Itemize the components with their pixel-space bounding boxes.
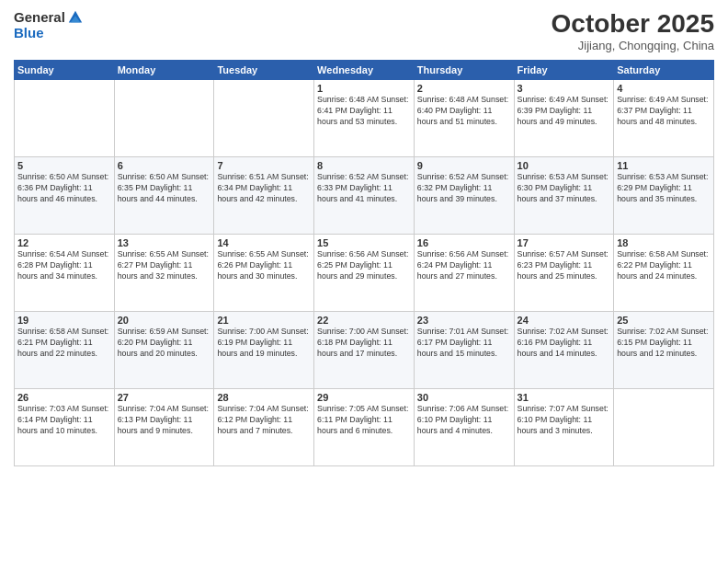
calendar-cell: 24Sunrise: 7:02 AM Sunset: 6:16 PM Dayli… <box>514 312 614 389</box>
calendar-cell: 4Sunrise: 6:49 AM Sunset: 6:37 PM Daylig… <box>614 80 714 157</box>
calendar-cell: 16Sunrise: 6:56 AM Sunset: 6:24 PM Dayli… <box>414 235 514 312</box>
logo-general: General <box>14 10 65 26</box>
day-info: Sunrise: 6:48 AM Sunset: 6:41 PM Dayligh… <box>317 95 411 128</box>
calendar-cell: 2Sunrise: 6:48 AM Sunset: 6:40 PM Daylig… <box>414 80 514 157</box>
header-cell-friday: Friday <box>514 61 614 80</box>
day-info: Sunrise: 6:49 AM Sunset: 6:39 PM Dayligh… <box>518 95 611 128</box>
header-row: SundayMondayTuesdayWednesdayThursdayFrid… <box>15 61 714 80</box>
logo-blue: Blue <box>14 26 84 41</box>
header-cell-monday: Monday <box>114 61 214 80</box>
header: General Blue October 2025 Jijiang, Chong… <box>14 9 714 52</box>
calendar-cell: 17Sunrise: 6:57 AM Sunset: 6:23 PM Dayli… <box>514 235 614 312</box>
page: General Blue October 2025 Jijiang, Chong… <box>0 0 728 563</box>
calendar-cell: 19Sunrise: 6:58 AM Sunset: 6:21 PM Dayli… <box>15 312 115 389</box>
day-info: Sunrise: 6:51 AM Sunset: 6:34 PM Dayligh… <box>217 172 311 205</box>
day-number: 28 <box>217 392 311 403</box>
calendar-cell <box>214 80 314 157</box>
day-number: 5 <box>17 160 111 171</box>
calendar-week-1: 1Sunrise: 6:48 AM Sunset: 6:41 PM Daylig… <box>15 80 714 157</box>
day-info: Sunrise: 7:00 AM Sunset: 6:19 PM Dayligh… <box>217 327 311 360</box>
day-info: Sunrise: 6:55 AM Sunset: 6:27 PM Dayligh… <box>118 249 211 282</box>
calendar-cell: 23Sunrise: 7:01 AM Sunset: 6:17 PM Dayli… <box>414 312 514 389</box>
day-info: Sunrise: 7:04 AM Sunset: 6:12 PM Dayligh… <box>217 404 311 437</box>
subtitle: Jijiang, Chongqing, China <box>552 39 714 52</box>
day-number: 21 <box>217 315 311 326</box>
day-number: 19 <box>17 315 111 326</box>
day-info: Sunrise: 6:55 AM Sunset: 6:26 PM Dayligh… <box>217 249 311 282</box>
calendar-cell: 22Sunrise: 7:00 AM Sunset: 6:18 PM Dayli… <box>314 312 415 389</box>
day-number: 9 <box>417 160 511 171</box>
calendar-cell: 27Sunrise: 7:04 AM Sunset: 6:13 PM Dayli… <box>114 389 214 466</box>
day-number: 8 <box>317 160 411 171</box>
day-number: 14 <box>217 237 311 248</box>
calendar-cell: 31Sunrise: 7:07 AM Sunset: 6:10 PM Dayli… <box>514 389 614 466</box>
day-number: 13 <box>118 237 211 248</box>
calendar-cell: 20Sunrise: 6:59 AM Sunset: 6:20 PM Dayli… <box>114 312 214 389</box>
calendar-cell: 14Sunrise: 6:55 AM Sunset: 6:26 PM Dayli… <box>214 235 314 312</box>
day-number: 22 <box>317 315 411 326</box>
calendar-cell: 7Sunrise: 6:51 AM Sunset: 6:34 PM Daylig… <box>214 157 314 235</box>
day-number: 4 <box>617 83 711 94</box>
day-info: Sunrise: 6:52 AM Sunset: 6:33 PM Dayligh… <box>317 172 411 205</box>
day-info: Sunrise: 7:07 AM Sunset: 6:10 PM Dayligh… <box>518 404 611 437</box>
day-info: Sunrise: 6:54 AM Sunset: 6:28 PM Dayligh… <box>17 249 111 282</box>
day-info: Sunrise: 6:50 AM Sunset: 6:35 PM Dayligh… <box>118 172 211 205</box>
day-info: Sunrise: 7:01 AM Sunset: 6:17 PM Dayligh… <box>417 327 511 360</box>
day-number: 25 <box>617 315 711 326</box>
day-number: 31 <box>518 392 611 403</box>
day-number: 12 <box>17 237 111 248</box>
day-number: 23 <box>417 315 511 326</box>
day-number: 17 <box>518 237 611 248</box>
day-number: 15 <box>317 237 411 248</box>
day-info: Sunrise: 7:00 AM Sunset: 6:18 PM Dayligh… <box>317 327 411 360</box>
day-number: 26 <box>17 392 111 403</box>
header-cell-wednesday: Wednesday <box>314 61 415 80</box>
day-info: Sunrise: 6:53 AM Sunset: 6:30 PM Dayligh… <box>518 172 611 205</box>
day-number: 20 <box>118 315 211 326</box>
calendar-cell: 26Sunrise: 7:03 AM Sunset: 6:14 PM Dayli… <box>15 389 115 466</box>
day-info: Sunrise: 7:06 AM Sunset: 6:10 PM Dayligh… <box>417 404 511 437</box>
calendar-cell: 15Sunrise: 6:56 AM Sunset: 6:25 PM Dayli… <box>314 235 415 312</box>
calendar-cell: 18Sunrise: 6:58 AM Sunset: 6:22 PM Dayli… <box>614 235 714 312</box>
calendar-cell: 12Sunrise: 6:54 AM Sunset: 6:28 PM Dayli… <box>15 235 115 312</box>
calendar-cell: 25Sunrise: 7:02 AM Sunset: 6:15 PM Dayli… <box>614 312 714 389</box>
day-info: Sunrise: 7:03 AM Sunset: 6:14 PM Dayligh… <box>17 404 111 437</box>
day-info: Sunrise: 6:52 AM Sunset: 6:32 PM Dayligh… <box>417 172 511 205</box>
header-cell-sunday: Sunday <box>15 61 115 80</box>
logo-text: General Blue <box>14 9 84 41</box>
day-info: Sunrise: 6:58 AM Sunset: 6:21 PM Dayligh… <box>17 327 111 360</box>
day-info: Sunrise: 7:02 AM Sunset: 6:16 PM Dayligh… <box>518 327 611 360</box>
calendar-cell: 10Sunrise: 6:53 AM Sunset: 6:30 PM Dayli… <box>514 157 614 235</box>
day-number: 16 <box>417 237 511 248</box>
day-number: 27 <box>118 392 211 403</box>
calendar-week-3: 12Sunrise: 6:54 AM Sunset: 6:28 PM Dayli… <box>15 235 714 312</box>
day-number: 11 <box>617 160 711 171</box>
calendar-cell: 11Sunrise: 6:53 AM Sunset: 6:29 PM Dayli… <box>614 157 714 235</box>
calendar-cell: 5Sunrise: 6:50 AM Sunset: 6:36 PM Daylig… <box>15 157 115 235</box>
header-cell-tuesday: Tuesday <box>214 61 314 80</box>
day-info: Sunrise: 7:04 AM Sunset: 6:13 PM Dayligh… <box>118 404 211 437</box>
calendar-cell: 29Sunrise: 7:05 AM Sunset: 6:11 PM Dayli… <box>314 389 415 466</box>
calendar-week-4: 19Sunrise: 6:58 AM Sunset: 6:21 PM Dayli… <box>15 312 714 389</box>
day-number: 24 <box>518 315 611 326</box>
calendar-cell: 13Sunrise: 6:55 AM Sunset: 6:27 PM Dayli… <box>114 235 214 312</box>
day-number: 7 <box>217 160 311 171</box>
day-info: Sunrise: 6:56 AM Sunset: 6:25 PM Dayligh… <box>317 249 411 282</box>
day-info: Sunrise: 6:56 AM Sunset: 6:24 PM Dayligh… <box>417 249 511 282</box>
day-info: Sunrise: 7:02 AM Sunset: 6:15 PM Dayligh… <box>617 327 711 360</box>
calendar-cell: 8Sunrise: 6:52 AM Sunset: 6:33 PM Daylig… <box>314 157 415 235</box>
calendar-week-5: 26Sunrise: 7:03 AM Sunset: 6:14 PM Dayli… <box>15 389 714 466</box>
calendar-cell: 28Sunrise: 7:04 AM Sunset: 6:12 PM Dayli… <box>214 389 314 466</box>
logo: General Blue <box>14 9 84 41</box>
calendar-cell <box>114 80 214 157</box>
calendar-week-2: 5Sunrise: 6:50 AM Sunset: 6:36 PM Daylig… <box>15 157 714 235</box>
day-info: Sunrise: 6:49 AM Sunset: 6:37 PM Dayligh… <box>617 95 711 128</box>
calendar-cell: 30Sunrise: 7:06 AM Sunset: 6:10 PM Dayli… <box>414 389 514 466</box>
day-number: 6 <box>118 160 211 171</box>
day-info: Sunrise: 6:57 AM Sunset: 6:23 PM Dayligh… <box>518 249 611 282</box>
day-number: 3 <box>518 83 611 94</box>
month-title: October 2025 <box>552 9 714 39</box>
day-info: Sunrise: 6:53 AM Sunset: 6:29 PM Dayligh… <box>617 172 711 205</box>
day-info: Sunrise: 6:48 AM Sunset: 6:40 PM Dayligh… <box>417 95 511 128</box>
day-info: Sunrise: 7:05 AM Sunset: 6:11 PM Dayligh… <box>317 404 411 437</box>
